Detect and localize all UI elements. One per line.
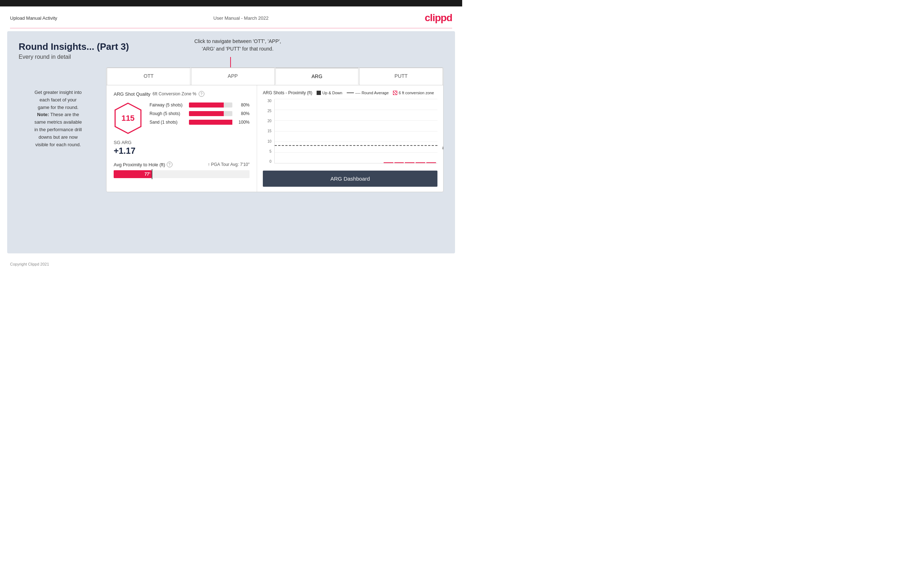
tab-app[interactable]: APP xyxy=(191,68,275,85)
document-title: User Manual - March 2022 xyxy=(213,15,268,21)
legend-updown: Up & Down xyxy=(317,91,342,95)
sand-row: Sand (1 shots) 100% xyxy=(150,120,250,125)
arg-shot-quality-label: ARG Shot Quality xyxy=(114,91,150,97)
legend-updown-icon xyxy=(317,91,321,95)
chart-title: ARG Shots - Proximity (ft) xyxy=(263,90,312,95)
proximity-section: Avg Proximity to Hole (ft) ? ↑ PGA Tour … xyxy=(114,162,250,178)
rough-bar-fill xyxy=(189,111,224,116)
fairway-bar xyxy=(189,103,233,108)
shot-bars: Fairway (5 shots) 80% Rough (5 shots) xyxy=(150,103,250,128)
hex-score-value: 115 xyxy=(121,114,135,123)
pga-avg-label: ↑ PGA Tour Avg: 7'10" xyxy=(208,162,250,167)
rough-row: Rough (5 shots) 80% xyxy=(150,111,250,116)
rough-bar xyxy=(189,111,233,116)
bar-h2 xyxy=(394,162,404,163)
rough-label: Rough (5 shots) xyxy=(150,111,186,116)
proximity-help-icon[interactable]: ? xyxy=(167,162,173,168)
page-subtitle: Every round in detail xyxy=(19,54,444,60)
insight-text: Get greater insight into each facet of y… xyxy=(19,89,97,148)
legend-6ft-icon xyxy=(393,91,397,95)
y-label-25: 25 xyxy=(268,109,271,113)
dashboard-body: ARG Shot Quality 6ft Conversion Zone % ?… xyxy=(107,85,443,192)
left-panel: Get greater insight into each facet of y… xyxy=(19,68,97,148)
arg-dashboard-btn[interactable]: ARG Dashboard xyxy=(263,171,438,187)
chart-bars xyxy=(276,99,436,163)
upload-manual-label: Upload Manual Activity xyxy=(10,15,57,21)
chart-area: 8 xyxy=(274,99,438,163)
tab-putt[interactable]: PUTT xyxy=(359,68,443,85)
dashed-avg-value: 8 xyxy=(443,146,444,150)
sg-label: SG ARG xyxy=(114,140,250,145)
rough-pct: 80% xyxy=(236,111,250,116)
content-layout: Get greater insight into each facet of y… xyxy=(19,68,444,192)
header-divider xyxy=(10,28,452,28)
clippd-logo: clippd xyxy=(425,12,452,24)
fairway-pct: 80% xyxy=(236,103,250,108)
sg-section: SG ARG +1.17 xyxy=(114,140,250,156)
fairway-label: Fairway (5 shots) xyxy=(150,103,186,108)
legend-round-avg: ---- Round Average xyxy=(347,91,389,95)
fairway-bar-fill xyxy=(189,103,224,108)
header: Upload Manual Activity User Manual - Mar… xyxy=(0,6,462,28)
bar-hatch-5 xyxy=(426,162,436,163)
y-label-15: 15 xyxy=(268,129,271,133)
chart-header: ARG Shots - Proximity (ft) Up & Down ---… xyxy=(263,90,438,95)
y-label-30: 30 xyxy=(268,99,271,103)
fairway-row: Fairway (5 shots) 80% xyxy=(150,103,250,108)
hex-score-container: 115 xyxy=(114,103,142,134)
main-content: Round Insights... (Part 3) Every round i… xyxy=(7,31,455,253)
proximity-cursor xyxy=(152,169,152,179)
proximity-label: Avg Proximity to Hole (ft) ? xyxy=(114,162,173,168)
y-label-10: 10 xyxy=(268,139,271,143)
proximity-bar-container: 77' xyxy=(114,170,250,178)
bar-hatch-1 xyxy=(384,162,393,163)
y-label-0: 0 xyxy=(269,160,271,163)
page-title: Round Insights... (Part 3) xyxy=(19,41,444,52)
tab-ott[interactable]: OTT xyxy=(107,68,191,85)
hex-score-row: 115 Fairway (5 shots) 80% xyxy=(114,103,250,134)
bar-hatch-4 xyxy=(415,162,425,163)
sg-value: +1.17 xyxy=(114,146,250,156)
bar-chart: 30 25 20 15 10 5 0 xyxy=(263,99,438,171)
copyright: Copyright Clippd 2021 xyxy=(0,256,462,272)
chart-y-axis: 30 25 20 15 10 5 0 xyxy=(263,99,273,163)
proximity-bar-fill: 77' xyxy=(114,170,152,178)
top-bar xyxy=(0,0,462,6)
y-label-5: 5 xyxy=(269,150,271,153)
proximity-value: 77' xyxy=(144,172,150,177)
bar-h4 xyxy=(415,162,425,163)
left-stats: ARG Shot Quality 6ft Conversion Zone % ?… xyxy=(107,85,257,192)
help-icon[interactable]: ? xyxy=(199,91,204,97)
y-label-20: 20 xyxy=(268,119,271,123)
sand-label: Sand (1 shots) xyxy=(150,120,186,125)
legend-round-avg-icon xyxy=(347,92,354,93)
proximity-header: Avg Proximity to Hole (ft) ? ↑ PGA Tour … xyxy=(114,162,250,168)
sand-bar xyxy=(189,120,233,125)
dashboard-panel: OTT APP ARG PUTT ARG Shot Quality 6ft Co… xyxy=(106,68,444,192)
bar-hatch-2 xyxy=(394,162,404,163)
conversion-zone-label: 6ft Conversion Zone % xyxy=(153,91,197,97)
section-header: ARG Shot Quality 6ft Conversion Zone % ? xyxy=(114,91,250,97)
bar-h3 xyxy=(405,162,415,163)
right-chart: ARG Shots - Proximity (ft) Up & Down ---… xyxy=(257,85,443,192)
sand-pct: 100% xyxy=(236,120,250,125)
tabs-row: OTT APP ARG PUTT xyxy=(107,68,443,85)
tab-arg[interactable]: ARG xyxy=(275,68,359,85)
sand-bar-fill xyxy=(189,120,233,125)
legend-6ft: 6 ft conversion zone xyxy=(393,91,434,95)
bar-h1 xyxy=(384,162,393,163)
bar-hatch-3 xyxy=(405,162,415,163)
bar-h5 xyxy=(426,162,436,163)
